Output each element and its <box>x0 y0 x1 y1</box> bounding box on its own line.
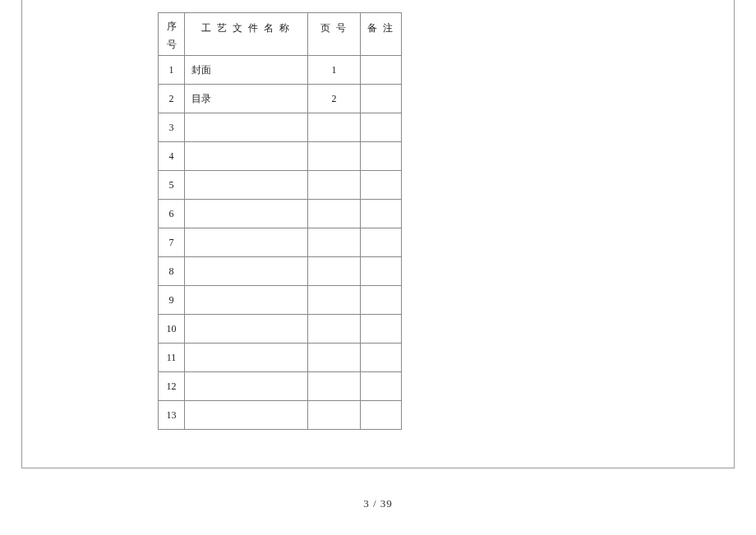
page-frame: 序号 工 艺 文 件 名 称 页 号 备 注 1 封面 1 2 目录 2 3 <box>21 0 735 468</box>
cell-seq: 13 <box>159 401 185 430</box>
cell-note <box>361 372 402 401</box>
cell-seq: 12 <box>159 372 185 401</box>
cell-page <box>308 113 361 142</box>
cell-page: 2 <box>308 85 361 113</box>
table-row: 3 <box>159 113 402 142</box>
table-row: 8 <box>159 257 402 286</box>
table-row: 6 <box>159 200 402 228</box>
cell-note <box>361 56 402 85</box>
cell-name <box>185 286 308 315</box>
header-page: 页 号 <box>308 13 361 56</box>
cell-name <box>185 142 308 171</box>
header-name: 工 艺 文 件 名 称 <box>185 13 308 56</box>
cell-page <box>308 171 361 200</box>
table-row: 12 <box>159 372 402 401</box>
table-row: 4 <box>159 142 402 171</box>
cell-page <box>308 401 361 430</box>
cell-note <box>361 401 402 430</box>
cell-note <box>361 228 402 257</box>
cell-note <box>361 200 402 228</box>
table-row: 5 <box>159 171 402 200</box>
header-note: 备 注 <box>361 13 402 56</box>
cell-page <box>308 344 361 372</box>
cell-page <box>308 372 361 401</box>
cell-seq: 2 <box>159 85 185 113</box>
cell-page <box>308 257 361 286</box>
cell-name <box>185 401 308 430</box>
table-row: 2 目录 2 <box>159 85 402 113</box>
cell-note <box>361 113 402 142</box>
cell-seq: 1 <box>159 56 185 85</box>
toc-table: 序号 工 艺 文 件 名 称 页 号 备 注 1 封面 1 2 目录 2 3 <box>158 12 402 430</box>
cell-seq: 3 <box>159 113 185 142</box>
cell-note <box>361 171 402 200</box>
cell-note <box>361 142 402 171</box>
cell-page <box>308 142 361 171</box>
table-row: 7 <box>159 228 402 257</box>
cell-page: 1 <box>308 56 361 85</box>
cell-name <box>185 200 308 228</box>
cell-seq: 7 <box>159 228 185 257</box>
cell-name: 目录 <box>185 85 308 113</box>
table-row: 9 <box>159 286 402 315</box>
cell-name <box>185 315 308 344</box>
table-row: 13 <box>159 401 402 430</box>
cell-seq: 4 <box>159 142 185 171</box>
cell-note <box>361 286 402 315</box>
table-row: 1 封面 1 <box>159 56 402 85</box>
cell-name <box>185 113 308 142</box>
cell-name: 封面 <box>185 56 308 85</box>
table-row: 11 <box>159 344 402 372</box>
page-indicator: 3 / 39 <box>0 497 756 510</box>
cell-seq: 9 <box>159 286 185 315</box>
cell-name <box>185 344 308 372</box>
cell-name <box>185 257 308 286</box>
header-seq: 序号 <box>159 13 185 56</box>
cell-page <box>308 286 361 315</box>
cell-page <box>308 228 361 257</box>
table-row: 10 <box>159 315 402 344</box>
cell-page <box>308 315 361 344</box>
cell-note <box>361 344 402 372</box>
cell-seq: 6 <box>159 200 185 228</box>
cell-seq: 8 <box>159 257 185 286</box>
cell-note <box>361 85 402 113</box>
cell-name <box>185 372 308 401</box>
cell-note <box>361 257 402 286</box>
cell-name <box>185 171 308 200</box>
cell-name <box>185 228 308 257</box>
cell-page <box>308 200 361 228</box>
table-header-row: 序号 工 艺 文 件 名 称 页 号 备 注 <box>159 13 402 56</box>
cell-seq: 5 <box>159 171 185 200</box>
cell-seq: 10 <box>159 315 185 344</box>
cell-note <box>361 315 402 344</box>
cell-seq: 11 <box>159 344 185 372</box>
